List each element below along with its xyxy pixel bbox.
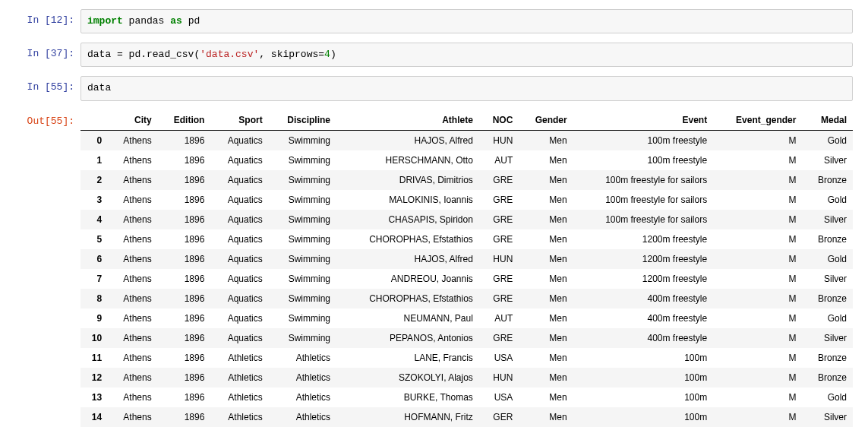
cell: Aquatics: [210, 190, 268, 210]
cell: Athletics: [269, 407, 336, 427]
cell: Silver: [802, 328, 853, 348]
cell: Athens: [108, 210, 158, 229]
cell: 1200m freestyle: [573, 269, 714, 289]
cell: M: [713, 130, 802, 150]
cell: Swimming: [269, 249, 336, 269]
cell: 1896: [158, 269, 211, 289]
cell: M: [713, 368, 802, 387]
column-header: Medal: [802, 110, 853, 131]
cell: HOFMANN, Fritz: [336, 407, 479, 427]
row-index: 14: [80, 407, 108, 427]
table-row: 4Athens1896AquaticsSwimmingCHASAPIS, Spi…: [80, 210, 853, 229]
row-index: 1: [80, 150, 108, 170]
cell: DRIVAS, Dimitrios: [336, 170, 479, 190]
cell: GRE: [479, 210, 519, 229]
cell: Athens: [108, 150, 158, 170]
cell: Silver: [802, 210, 853, 229]
cell: Men: [519, 328, 573, 348]
cell: Athens: [108, 170, 158, 190]
cell: SZOKOLYI, Alajos: [336, 368, 479, 387]
code-token: ): [330, 49, 336, 60]
cell: Athens: [108, 407, 158, 427]
cell: Athens: [108, 130, 158, 150]
cell: MALOKINIS, Ioannis: [336, 190, 479, 210]
cell: 1896: [158, 348, 211, 368]
cell: Bronze: [802, 170, 853, 190]
column-header: Discipline: [269, 110, 336, 131]
cell: 100m freestyle for sailors: [573, 170, 714, 190]
table-row: 11Athens1896AthleticsAthleticsLANE, Fran…: [80, 348, 853, 368]
cell: M: [713, 308, 802, 328]
cell: Men: [519, 308, 573, 328]
row-index: 5: [80, 229, 108, 249]
cell: Swimming: [269, 170, 336, 190]
row-index: 7: [80, 269, 108, 289]
row-index: 4: [80, 210, 108, 229]
cell: Athens: [108, 190, 158, 210]
cell: Athens: [108, 269, 158, 289]
table-row: 9Athens1896AquaticsSwimmingNEUMANN, Paul…: [80, 308, 853, 328]
cell: 100m: [573, 407, 714, 427]
table-row: 12Athens1896AthleticsAthleticsSZOKOLYI, …: [80, 368, 853, 387]
cell: 100m: [573, 348, 714, 368]
cell: Athens: [108, 308, 158, 328]
code-token: 4: [324, 49, 330, 60]
cell: 100m: [573, 368, 714, 387]
cell: M: [713, 328, 802, 348]
cell: AUT: [479, 308, 519, 328]
code-input[interactable]: import pandas as pd: [80, 9, 853, 33]
cell: 1896: [158, 150, 211, 170]
cell: HUN: [479, 368, 519, 387]
out-prompt: Out[55]:: [15, 110, 80, 127]
cell: Aquatics: [210, 269, 268, 289]
cell: M: [713, 269, 802, 289]
cell: GRE: [479, 289, 519, 308]
code-token: as: [170, 15, 182, 27]
cell: GRE: [479, 328, 519, 348]
cell: USA: [479, 387, 519, 407]
cell: Men: [519, 130, 573, 150]
cell: Gold: [802, 387, 853, 407]
cell: Swimming: [269, 190, 336, 210]
cell: M: [713, 387, 802, 407]
cell: GRE: [479, 190, 519, 210]
column-header: Gender: [519, 110, 573, 131]
cell: Athletics: [210, 407, 268, 427]
table-row: 3Athens1896AquaticsSwimmingMALOKINIS, Io…: [80, 190, 853, 210]
cell: AUT: [479, 150, 519, 170]
cell: Athens: [108, 368, 158, 387]
cell: Athletics: [269, 348, 336, 368]
cell: GER: [479, 407, 519, 427]
row-index: 10: [80, 328, 108, 348]
cell: Swimming: [269, 308, 336, 328]
cell: 1896: [158, 407, 211, 427]
cell: M: [713, 170, 802, 190]
cell: Swimming: [269, 210, 336, 229]
cell: ANDREOU, Joannis: [336, 269, 479, 289]
cell: 100m freestyle for sailors: [573, 210, 714, 229]
cell: Aquatics: [210, 130, 268, 150]
cell: Aquatics: [210, 328, 268, 348]
cell: Athens: [108, 328, 158, 348]
code-token: data: [87, 82, 111, 93]
cell: Swimming: [269, 289, 336, 308]
cell: Bronze: [802, 348, 853, 368]
in-prompt: In [37]:: [15, 43, 80, 59]
cell: Athletics: [269, 368, 336, 387]
cell: Gold: [802, 249, 853, 269]
code-input[interactable]: data: [80, 76, 853, 100]
cell: Athens: [108, 348, 158, 368]
column-header: NOC: [479, 110, 519, 131]
cell: 100m freestyle: [573, 130, 714, 150]
cell: USA: [479, 348, 519, 368]
cell: M: [713, 407, 802, 427]
cell: CHOROPHAS, Efstathios: [336, 289, 479, 308]
code-token: , skiprows=: [259, 49, 324, 60]
cell: Athletics: [269, 387, 336, 407]
table-row: 8Athens1896AquaticsSwimmingCHOROPHAS, Ef…: [80, 289, 853, 308]
cell: 1200m freestyle: [573, 249, 714, 269]
cell: Bronze: [802, 289, 853, 308]
code-input[interactable]: data = pd.read_csv('data.csv', skiprows=…: [80, 43, 853, 67]
cell: Men: [519, 210, 573, 229]
cell: 1896: [158, 289, 211, 308]
